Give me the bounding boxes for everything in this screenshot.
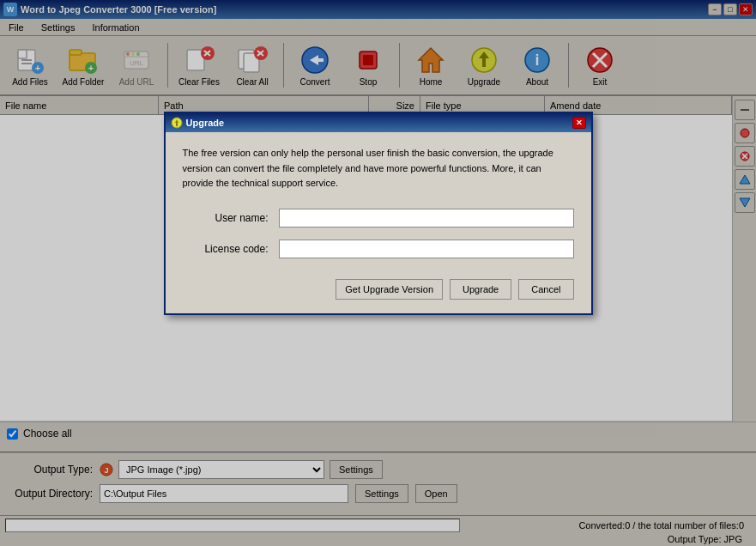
license-row: License code:: [183, 240, 574, 258]
username-input[interactable]: [279, 209, 574, 228]
dialog-titlebar: Upgrade ✕: [166, 113, 591, 132]
get-upgrade-version-button[interactable]: Get Upgrade Version: [336, 279, 443, 300]
dialog-title-icon: [171, 117, 183, 129]
dialog-body: The free version can only help the perso…: [166, 132, 591, 313]
license-label: License code:: [183, 243, 269, 255]
dialog-title: Upgrade: [186, 118, 225, 128]
upgrade-submit-button[interactable]: Upgrade: [450, 279, 511, 300]
dialog-message: The free version can only help the perso…: [183, 146, 574, 191]
username-row: User name:: [183, 209, 574, 228]
app-window: W Word to Jpeg Converter 3000 [Free vers…: [0, 0, 756, 546]
modal-overlay: Upgrade ✕ The free version can only help…: [0, 0, 756, 546]
dialog-title-left: Upgrade: [171, 117, 225, 129]
upgrade-dialog: Upgrade ✕ The free version can only help…: [164, 112, 593, 315]
cancel-button[interactable]: Cancel: [518, 279, 573, 300]
dialog-close-button[interactable]: ✕: [572, 117, 586, 129]
username-label: User name:: [183, 212, 269, 224]
license-input[interactable]: [279, 240, 574, 258]
dialog-buttons: Get Upgrade Version Upgrade Cancel: [183, 272, 574, 300]
